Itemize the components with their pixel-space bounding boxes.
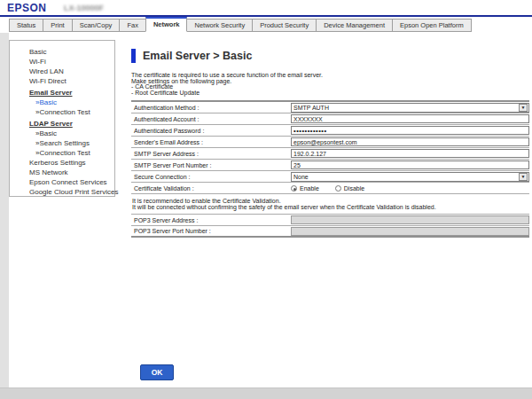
email-server-form: Authentication Method : SMTP AUTH ▼ Auth… [131, 100, 529, 194]
bottom-status-strip [0, 387, 532, 399]
tab-network[interactable]: Network [145, 17, 188, 32]
sidebar-item-google-cloud-print-services[interactable]: Google Cloud Print Services [10, 187, 114, 197]
sidebar-section-ldap-server[interactable]: LDAP Server [10, 119, 114, 129]
form-row-pop3-server-port-number: POP3 Server Port Number : [131, 226, 529, 238]
field-label: Certificate Validation : [134, 185, 291, 192]
field-label: Authentication Method : [134, 105, 291, 111]
sidebar-item-ldap-basic[interactable]: »Basic [10, 129, 114, 138]
authentication-method-select[interactable]: SMTP AUTH ▼ [291, 103, 529, 113]
sidebar-item-wifi[interactable]: Wi-Fi [10, 57, 114, 66]
form-row-smtp-server-port-number: SMTP Server Port Number : [131, 160, 529, 171]
form-row-secure-connection: Secure Connection : None ▼ [131, 171, 529, 183]
field-label: SMTP Server Address : [134, 151, 291, 157]
page-title: Email Server > Basic [143, 50, 252, 62]
page-title-row: Email Server > Basic [131, 49, 529, 63]
sidebar-item-wired-lan[interactable]: Wired LAN [10, 66, 114, 76]
smtp-server-port-number-input[interactable] [291, 160, 529, 169]
page-description: The certificate is required to use a sec… [131, 73, 529, 96]
tab-device-management[interactable]: Device Management [316, 19, 393, 32]
pop3-server-address-input [291, 215, 529, 224]
sidebar-item-kerberos-settings[interactable]: Kerberos Settings [10, 158, 114, 168]
sidebar-item-epson-connect-services[interactable]: Epson Connect Services [10, 177, 114, 187]
left-gutter [0, 33, 9, 387]
pop3-section: POP3 Server Address : POP3 Server Port N… [131, 214, 529, 238]
authenticated-account-input[interactable] [291, 114, 529, 123]
radio-disable-label: Disable [344, 185, 364, 192]
ok-button[interactable]: OK [140, 364, 174, 380]
senders-email-address-input[interactable] [291, 137, 529, 146]
note-line: It will be connected without confirming … [132, 204, 529, 210]
tab-fax[interactable]: Fax [119, 19, 146, 32]
authenticated-password-input[interactable] [291, 126, 529, 135]
tab-scan-copy[interactable]: Scan/Copy [72, 19, 121, 32]
selected-value: None [292, 174, 519, 180]
caret-down-icon: ▼ [521, 175, 526, 179]
network-sidebar: Basic Wi-Fi Wired LAN Wi-Fi Direct Email… [9, 40, 115, 197]
tab-epson-open-platform[interactable]: Epson Open Platform [392, 19, 472, 32]
pop3-server-port-number-input [291, 227, 529, 236]
radio-disable[interactable] [335, 185, 341, 192]
description-line: - Root Certificate Update [131, 90, 529, 97]
field-label: SMTP Server Port Number : [134, 162, 291, 168]
sidebar-item-ldap-search-settings[interactable]: »Search Settings [10, 138, 114, 148]
title-accent-bar [131, 49, 136, 63]
dropdown-arrow-button[interactable]: ▼ [519, 104, 528, 112]
form-row-authenticated-password: Authenticated Password : [131, 125, 529, 137]
caret-down-icon: ▼ [521, 106, 526, 110]
web-config-page: EPSON LX-10000F Status Print Scan/Copy F… [0, 0, 532, 399]
field-label: Secure Connection : [134, 174, 291, 180]
field-label: Sender's Email Address : [134, 139, 291, 145]
form-row-senders-email-address: Sender's Email Address : [131, 137, 529, 148]
tab-print[interactable]: Print [43, 19, 72, 32]
sidebar-item-ms-network[interactable]: MS Network [10, 168, 114, 177]
dropdown-arrow-button[interactable]: ▼ [519, 173, 528, 181]
tab-network-security[interactable]: Network Security [186, 19, 253, 32]
form-row-authentication-method: Authentication Method : SMTP AUTH ▼ [131, 102, 529, 113]
field-label: Authenticated Password : [134, 128, 291, 134]
radio-enable-label: Enable [300, 185, 319, 192]
sidebar-item-email-server-connection-test[interactable]: »Connection Test [10, 107, 114, 117]
main-content: Email Server > Basic The certificate is … [131, 49, 529, 238]
sidebar-item-email-server-basic[interactable]: »Basic [10, 98, 114, 107]
epson-logo: EPSON [7, 2, 47, 14]
certificate-validation-radio-group: Enable Disable [291, 185, 364, 192]
note-line: It is recommended to enable the Certific… [132, 198, 529, 204]
certificate-validation-note: It is recommended to enable the Certific… [132, 198, 529, 210]
field-label: POP3 Server Address : [134, 217, 291, 223]
secure-connection-select[interactable]: None ▼ [291, 172, 529, 182]
form-row-pop3-server-address: POP3 Server Address : [131, 215, 529, 226]
sidebar-section-email-server[interactable]: Email Server [10, 88, 114, 98]
smtp-server-address-input[interactable] [291, 149, 529, 158]
form-row-authenticated-account: Authenticated Account : [131, 113, 529, 125]
sidebar-item-ldap-connection-test[interactable]: »Connection Test [10, 148, 114, 158]
tab-status[interactable]: Status [9, 19, 43, 32]
form-row-smtp-server-address: SMTP Server Address : [131, 148, 529, 160]
printer-model-name: LX-10000F [64, 4, 104, 12]
selected-value: SMTP AUTH [292, 105, 519, 111]
form-row-certificate-validation: Certificate Validation : Enable Disable [131, 183, 529, 194]
field-label: Authenticated Account : [134, 116, 291, 122]
sidebar-item-basic[interactable]: Basic [10, 47, 114, 57]
tab-product-security[interactable]: Product Security [252, 19, 317, 32]
sidebar-item-wifi-direct[interactable]: Wi-Fi Direct [10, 76, 114, 86]
main-tab-bar: Status Print Scan/Copy Fax Network Netwo… [9, 17, 532, 32]
radio-enable[interactable] [291, 185, 297, 192]
field-label: POP3 Server Port Number : [134, 228, 291, 234]
